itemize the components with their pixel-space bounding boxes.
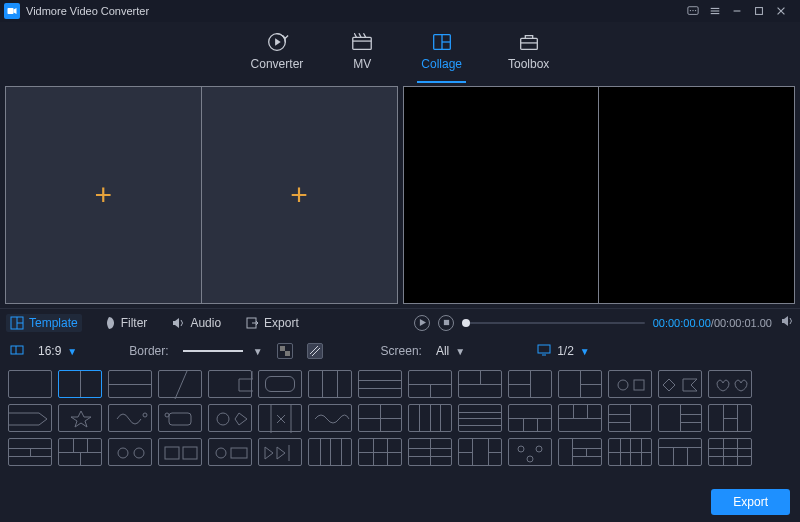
template-item[interactable] [358,404,402,432]
tab-export[interactable]: Export [241,314,303,332]
template-item[interactable] [8,370,52,398]
template-item[interactable] [58,404,102,432]
seek-handle[interactable] [462,319,470,327]
template-item[interactable] [208,438,252,466]
template-item[interactable] [458,370,502,398]
template-item[interactable] [658,370,702,398]
template-item[interactable] [158,404,202,432]
template-item[interactable] [458,404,502,432]
svg-rect-14 [353,37,371,49]
add-media-slot-2[interactable]: + [202,87,397,303]
svg-rect-33 [538,345,550,353]
border-label: Border: [129,344,168,358]
export-button[interactable]: Export [711,489,790,515]
svg-rect-54 [231,448,247,458]
nav-mv[interactable]: MV [349,31,375,75]
template-item[interactable] [58,438,102,466]
template-item[interactable] [508,404,552,432]
template-item[interactable] [108,438,152,466]
menu-icon[interactable] [704,2,726,20]
screen-select[interactable]: All ▼ [436,344,465,358]
border-pattern-toggle[interactable] [307,343,323,359]
svg-marker-55 [265,447,273,459]
svg-line-32 [312,348,320,356]
template-item[interactable] [108,404,152,432]
template-item[interactable] [158,438,202,466]
svg-point-3 [692,10,693,11]
feedback-icon[interactable] [682,2,704,20]
template-item[interactable] [258,404,302,432]
play-button[interactable] [414,315,430,331]
stop-button[interactable] [438,315,454,331]
border-color-picker[interactable] [277,343,293,359]
template-item[interactable] [608,370,652,398]
volume-icon[interactable] [780,314,794,331]
template-item[interactable] [208,404,252,432]
aspect-ratio-value: 16:9 [38,344,61,358]
template-item[interactable] [8,404,52,432]
template-item[interactable] [708,438,752,466]
template-item[interactable] [508,438,552,466]
tab-audio[interactable]: Audio [167,314,225,332]
template-item[interactable] [558,370,602,398]
template-item[interactable] [558,404,602,432]
audio-icon [171,316,185,330]
template-item[interactable] [258,370,302,398]
toolbox-icon [516,31,542,53]
template-item[interactable] [58,370,102,398]
export-icon [245,316,259,330]
svg-line-35 [175,371,187,399]
add-media-slot-1[interactable]: + [6,87,202,303]
template-item[interactable] [658,404,702,432]
template-item[interactable] [608,438,652,466]
template-item[interactable] [158,370,202,398]
svg-point-58 [518,446,524,452]
close-button[interactable] [770,2,792,20]
svg-rect-52 [183,447,197,459]
template-item[interactable] [358,438,402,466]
template-item[interactable] [258,438,302,466]
svg-point-42 [165,413,169,417]
template-item[interactable] [708,404,752,432]
tab-filter[interactable]: Filter [98,314,152,332]
nav-converter[interactable]: Converter [251,31,304,75]
nav-label: Collage [421,57,462,71]
template-item[interactable] [208,370,252,398]
template-item[interactable] [308,370,352,398]
minimize-button[interactable] [726,2,748,20]
template-item[interactable] [708,370,752,398]
svg-marker-39 [71,411,91,427]
template-item[interactable] [408,438,452,466]
svg-rect-41 [169,413,191,425]
aspect-ratio-icon[interactable] [10,343,24,360]
tab-template[interactable]: Template [6,314,82,332]
plus-icon: + [95,178,113,212]
template-item[interactable] [458,438,502,466]
template-grid [0,366,800,468]
nav-collage[interactable]: Collage [421,31,462,75]
svg-point-4 [695,10,696,11]
screen-value: All [436,344,449,358]
svg-rect-51 [165,447,179,459]
template-item[interactable] [8,438,52,466]
template-item[interactable] [108,370,152,398]
seek-track[interactable] [462,322,645,324]
svg-marker-56 [277,447,285,459]
template-item[interactable] [608,404,652,432]
nav-toolbox[interactable]: Toolbox [508,31,549,75]
subtab-label: Export [264,316,299,330]
svg-marker-13 [275,38,281,45]
template-item[interactable] [358,370,402,398]
maximize-button[interactable] [748,2,770,20]
border-style-select[interactable]: ▼ [183,346,263,357]
template-item[interactable] [558,438,602,466]
template-item[interactable] [308,438,352,466]
template-item[interactable] [408,404,452,432]
template-item[interactable] [508,370,552,398]
template-item[interactable] [658,438,702,466]
template-item[interactable] [408,370,452,398]
app-logo [4,3,20,19]
chevron-down-icon[interactable]: ▼ [580,346,590,357]
template-item[interactable] [308,404,352,432]
aspect-ratio-select[interactable]: 16:9 ▼ [38,344,77,358]
